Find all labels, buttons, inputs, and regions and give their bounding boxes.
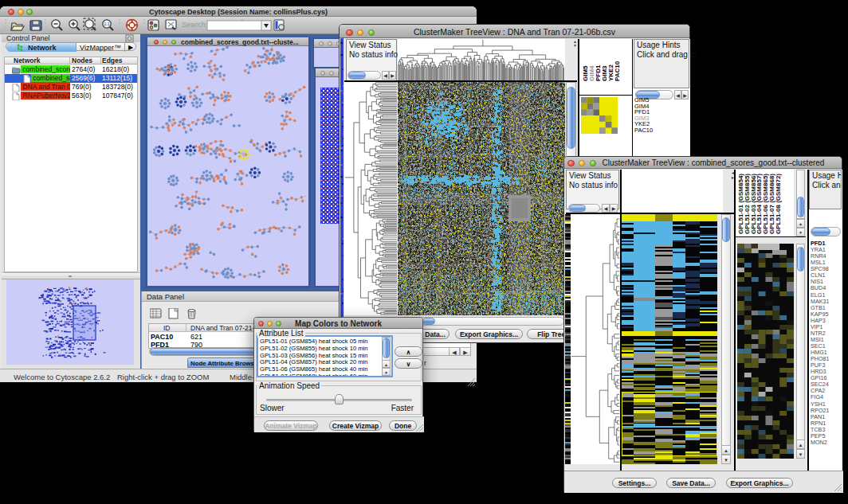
svg-text:Search:: Search: <box>182 20 208 29</box>
svg-text:1:1: 1:1 <box>104 21 110 26</box>
